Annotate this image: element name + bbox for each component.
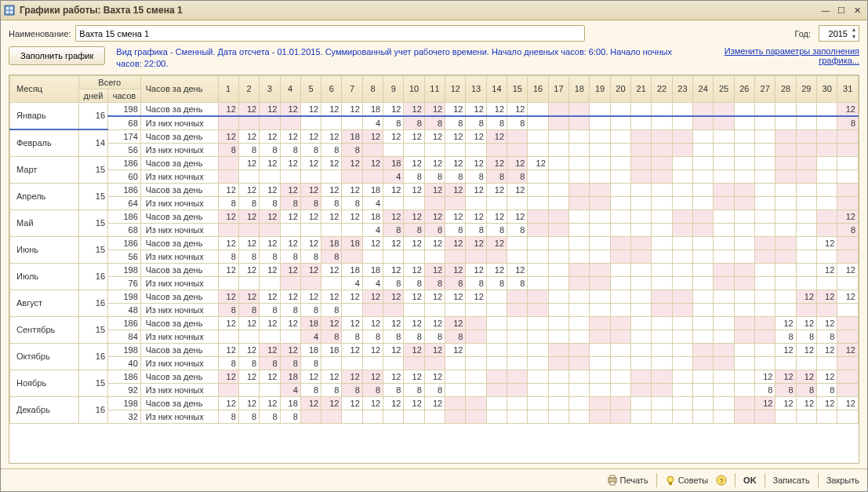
- cell[interactable]: [569, 250, 590, 263]
- cell[interactable]: 12: [300, 210, 321, 223]
- col-day-29[interactable]: 29: [796, 75, 816, 102]
- cell[interactable]: 12: [362, 290, 383, 303]
- cell[interactable]: 12: [218, 210, 238, 223]
- cell[interactable]: [548, 396, 568, 410]
- row-label-hpd[interactable]: Часов за день: [140, 129, 218, 143]
- cell[interactable]: 12: [321, 316, 342, 330]
- cell[interactable]: 18: [362, 183, 383, 196]
- cell[interactable]: [775, 210, 796, 223]
- cell[interactable]: 8: [466, 116, 486, 130]
- cell[interactable]: [280, 169, 300, 183]
- cell[interactable]: 8: [837, 116, 859, 130]
- cell[interactable]: [631, 290, 652, 303]
- cell[interactable]: [672, 303, 692, 316]
- cell[interactable]: [466, 250, 486, 263]
- cell[interactable]: [569, 290, 590, 303]
- total-days[interactable]: 15: [78, 316, 107, 343]
- cell[interactable]: 12: [775, 370, 796, 383]
- cell[interactable]: [714, 396, 734, 410]
- cell[interactable]: [590, 156, 610, 169]
- cell[interactable]: [383, 303, 404, 316]
- cell[interactable]: 12: [280, 236, 300, 250]
- cell[interactable]: [528, 330, 548, 343]
- cell[interactable]: [548, 210, 568, 223]
- cell[interactable]: 12: [342, 396, 362, 410]
- cell[interactable]: [796, 116, 816, 130]
- cell[interactable]: [466, 303, 486, 316]
- cell[interactable]: [445, 196, 466, 210]
- cell[interactable]: 12: [300, 129, 321, 143]
- col-day-22[interactable]: 22: [652, 75, 672, 102]
- cell[interactable]: [610, 276, 630, 290]
- cell[interactable]: [486, 143, 507, 156]
- cell[interactable]: 12: [362, 129, 383, 143]
- cell[interactable]: [528, 290, 548, 303]
- cell[interactable]: [796, 196, 816, 210]
- cell[interactable]: [424, 410, 445, 423]
- cell[interactable]: 8: [342, 143, 362, 156]
- col-day-8[interactable]: 8: [362, 75, 383, 102]
- cell[interactable]: [424, 303, 445, 316]
- cell[interactable]: 12: [383, 316, 404, 330]
- col-day-30[interactable]: 30: [817, 75, 837, 102]
- cell[interactable]: 12: [300, 396, 321, 410]
- cell[interactable]: 8: [260, 250, 280, 263]
- cell[interactable]: [548, 290, 568, 303]
- cell[interactable]: 8: [300, 356, 321, 370]
- cell[interactable]: [466, 396, 486, 410]
- total-hours[interactable]: 186: [108, 156, 141, 169]
- cell[interactable]: [528, 316, 548, 330]
- cell[interactable]: [755, 116, 775, 130]
- cell[interactable]: [652, 223, 672, 236]
- cell[interactable]: 12: [507, 156, 528, 169]
- cell[interactable]: 8: [238, 356, 259, 370]
- cell[interactable]: [734, 316, 754, 330]
- cell[interactable]: [610, 196, 630, 210]
- cell[interactable]: [590, 263, 610, 276]
- cell[interactable]: [796, 250, 816, 263]
- row-label-night[interactable]: Из них ночных: [140, 330, 218, 343]
- cell[interactable]: 12: [260, 290, 280, 303]
- cell[interactable]: [362, 410, 383, 423]
- col-day-23[interactable]: 23: [672, 75, 692, 102]
- cell[interactable]: [775, 129, 796, 143]
- cell[interactable]: [466, 316, 486, 330]
- col-day-28[interactable]: 28: [775, 75, 796, 102]
- cell[interactable]: [280, 223, 300, 236]
- cell[interactable]: [507, 316, 528, 330]
- cell[interactable]: 12: [218, 102, 238, 116]
- cell[interactable]: [734, 276, 754, 290]
- cell[interactable]: 8: [796, 330, 816, 343]
- cell[interactable]: [610, 383, 630, 396]
- cell[interactable]: 4: [300, 330, 321, 343]
- month-name[interactable]: Март: [10, 156, 79, 183]
- cell[interactable]: [837, 330, 859, 343]
- cell[interactable]: 8: [507, 116, 528, 130]
- cell[interactable]: [631, 129, 652, 143]
- cell[interactable]: [486, 316, 507, 330]
- cell[interactable]: [755, 316, 775, 330]
- cell[interactable]: 8: [445, 116, 466, 130]
- cell[interactable]: 12: [445, 343, 466, 356]
- cell[interactable]: 12: [342, 343, 362, 356]
- cell[interactable]: 12: [321, 129, 342, 143]
- cell[interactable]: [631, 196, 652, 210]
- cell[interactable]: [445, 356, 466, 370]
- col-day-13[interactable]: 13: [466, 75, 486, 102]
- cell[interactable]: 12: [321, 263, 342, 276]
- cell[interactable]: [218, 116, 238, 130]
- month-name[interactable]: Июнь: [10, 236, 79, 263]
- cell[interactable]: [652, 356, 672, 370]
- cell[interactable]: 4: [362, 116, 383, 130]
- month-name[interactable]: Сентябрь: [10, 316, 79, 343]
- cell[interactable]: 12: [260, 236, 280, 250]
- cell[interactable]: [775, 290, 796, 303]
- cell[interactable]: [548, 343, 568, 356]
- cell[interactable]: [238, 223, 259, 236]
- cell[interactable]: [755, 236, 775, 250]
- cell[interactable]: [755, 143, 775, 156]
- cell[interactable]: [652, 169, 672, 183]
- cell[interactable]: 12: [260, 370, 280, 383]
- cell[interactable]: [218, 330, 238, 343]
- cell[interactable]: [714, 330, 734, 343]
